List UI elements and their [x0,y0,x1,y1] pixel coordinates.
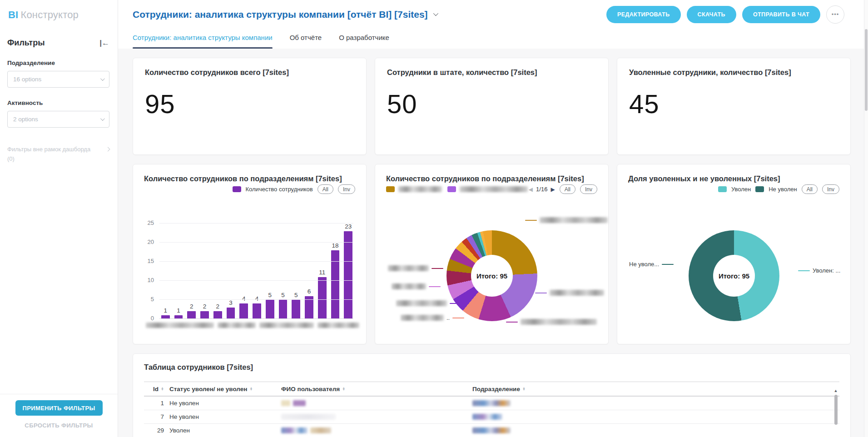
callout-text: .. [446,314,450,321]
donut-callout [392,283,441,289]
sidebar-footer: ПРИМЕНИТЬ ФИЛЬТРЫ СБРОСИТЬ ФИЛЬТРЫ [0,394,118,437]
bar: 6 [305,288,313,319]
redacted-slice-label [401,315,444,321]
callout-text: Не уволе... [629,261,659,268]
chevron-right-icon [106,147,110,152]
redacted-cell-value [472,400,511,406]
table-scrollbar-thumb[interactable] [834,395,838,425]
bar: 3 [227,299,235,319]
activity-select-placeholder: 2 options [13,116,38,123]
donut-callout [535,290,604,296]
callout-leader-line [798,270,810,271]
column-header-status[interactable]: Статус уволен/ не уволен ▲▼ [169,386,276,392]
column-header-id[interactable]: Id ▲▼ [144,386,164,392]
bar-value-label: 2 [203,303,207,310]
bar-value-label: 1 [177,307,180,314]
departments-donut-card: Количество сотрудников по подразделениям… [375,164,609,344]
filter-group-activity: Активность 2 options [0,88,118,128]
app-root: BIКонструктор Фильтры |← Подразделение 1… [0,0,868,437]
pagination-prev-icon[interactable]: ◀ [529,186,533,193]
download-button[interactable]: СКАЧАТЬ [687,6,736,23]
legend-all-button[interactable]: All [317,184,333,194]
outer-filters-count: (0) [7,155,109,162]
report-title-dropdown[interactable]: Сотрудники: аналитика структуры компании… [133,9,437,20]
page-scrollbar[interactable] [864,0,868,437]
redacted-legend-label [460,186,528,192]
column-header-fio[interactable]: ФИО пользователя ▲▼ [281,386,467,392]
callout-leader-line [506,322,518,323]
tab-employees-analytics[interactable]: Сотрудники: аналитика структуры компании [133,34,273,49]
kpi-value: 95 [145,89,354,119]
legend-all-button[interactable]: All [802,184,818,194]
kpi-card-dismissed-employees: Уволенные сотрудники, количество [7sites… [617,58,851,155]
collapse-sidebar-icon[interactable]: |← [99,39,109,48]
filter-group-department: Подразделение 16 options [0,48,118,88]
activity-select[interactable]: 2 options [7,111,109,128]
column-header-department[interactable]: Подразделение ▲▼ [472,386,799,392]
bar-chart-title: Количество сотрудников по подразделениям… [144,174,355,183]
bar-value-label: 23 [345,223,352,230]
legend-inv-button[interactable]: Inv [580,184,597,194]
donut-callout: Уволен: ... [798,267,840,274]
donut-legend [386,186,528,192]
legend-all-button[interactable]: All [560,184,575,194]
redacted-x-label [146,323,214,328]
bar-value-label: 5 [268,292,272,298]
outer-filters-label: Фильтры вне рамок дашборда [7,146,90,153]
callout-text: Уволен: ... [813,267,840,274]
donut-callout: .. [401,314,464,321]
legend-swatch [755,186,764,192]
kpi-title: Уволенные сотрудники, количество [7sites… [629,68,838,77]
cell-status: Не уволен [169,413,276,420]
tab-about-report[interactable]: Об отчёте [290,34,322,49]
scroll-up-icon[interactable]: ▲ [833,388,838,393]
page-scrollbar-thumb[interactable] [865,29,868,111]
pagination-next-icon[interactable]: ▶ [551,186,555,193]
gridline [159,223,353,223]
donut-callout [396,300,461,306]
reset-filters-button[interactable]: СБРОСИТЬ ФИЛЬТРЫ [25,422,93,429]
callout-leader-line [429,286,441,287]
department-select[interactable]: 16 options [7,71,109,88]
legend-swatch [233,186,241,192]
more-options-button[interactable]: ••• [826,5,844,24]
bar-value-label: 18 [332,242,338,249]
send-to-chat-button[interactable]: ОТПРАВИТЬ В ЧАТ [742,6,820,23]
app-logo: BIКонструктор [0,0,118,21]
legend-swatch [386,186,395,192]
chevron-down-icon [433,10,438,15]
y-axis-tick: 5 [151,296,154,303]
redacted-cell-value [472,414,502,420]
edit-button[interactable]: РЕДАКТИРОВАТЬ [606,6,681,23]
legend-swatch [447,186,456,192]
cell-department [472,400,799,406]
table-scrollbar[interactable]: ▲ [833,388,838,432]
redacted-x-label [317,323,359,328]
callout-leader-line [662,264,674,265]
bar-chart-card: Количество сотрудников по подразделениям… [133,164,367,344]
chevron-down-icon [100,116,105,121]
donut-center: Итого: 95 [713,255,755,297]
redacted-cell-value [293,400,306,406]
callout-leader-line [535,293,547,293]
legend-item[interactable] [447,186,528,192]
redacted-slice-label [392,283,426,289]
bar: 1 [174,307,183,319]
legend-inv-button[interactable]: Inv [338,184,355,194]
departments-donut: Итого: 95 [446,230,537,321]
y-axis-tick: 25 [148,219,154,226]
outer-dashboard-filters[interactable]: Фильтры вне рамок дашборда (0) [7,146,109,162]
bar: 23 [344,223,352,319]
table-title: Таблица сотрудников [7sites] [144,363,839,372]
sort-icon: ▲▼ [522,387,526,390]
kpi-value: 50 [387,89,596,119]
logo-brand-text: Конструктор [20,9,79,20]
donut-callout [525,217,608,223]
table-row: 1Не уволен [144,397,839,410]
apply-filters-button[interactable]: ПРИМЕНИТЬ ФИЛЬТРЫ [15,400,103,416]
legend-label: Уволен [731,186,751,193]
legend-inv-button[interactable]: Inv [822,184,839,194]
tab-about-developer[interactable]: О разработчике [339,34,389,49]
donut-total-label: Итого: 95 [719,272,749,280]
legend-item[interactable] [386,186,442,192]
